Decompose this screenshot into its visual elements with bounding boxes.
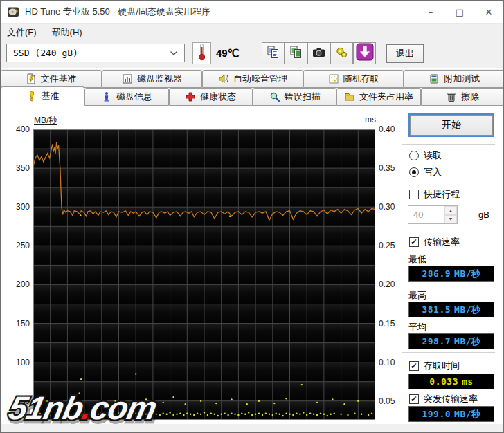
right-axis-tick: 0.25: [379, 241, 402, 250]
start-button[interactable]: 开始: [408, 113, 494, 137]
exit-button-label: 退出: [396, 48, 414, 60]
burst-rate-checkbox[interactable]: [409, 394, 419, 404]
tab-label: 附加测试: [444, 73, 480, 85]
left-axis-tick: 50: [8, 396, 30, 406]
spin-down-icon[interactable]: ▼: [444, 215, 457, 224]
menu-help[interactable]: 帮助(H): [52, 26, 82, 39]
tab-random-access[interactable]: 随机存取: [303, 70, 404, 88]
file-benchmark-icon: [26, 73, 37, 84]
tab-row-secondary: 文件基准磁盘监视器自动噪音管理随机存取附加测试: [1, 70, 504, 88]
radio-read[interactable]: 读取: [409, 149, 442, 162]
access-time-value: 0.033: [429, 376, 458, 387]
random-access-icon: [328, 73, 339, 84]
temperature-value: 49℃: [216, 47, 240, 59]
left-axis-unit: MB/秒: [34, 115, 57, 127]
copy-text-button[interactable]: [262, 42, 285, 64]
panel-divider: [402, 352, 495, 353]
access-time-checkbox[interactable]: [409, 361, 419, 371]
max-label: 最高: [408, 289, 426, 302]
toolbar: SSD (240 gB) 49℃ 退出: [1, 40, 503, 68]
max-value-display: 381.5MB/秒: [408, 302, 494, 317]
transfer-rate-label: 传输速率: [424, 236, 460, 248]
tab-label: 随机存取: [343, 73, 379, 85]
screenshot-button[interactable]: [307, 42, 330, 64]
copy-text-icon: [266, 45, 280, 62]
drive-select[interactable]: SSD (240 gB): [6, 44, 185, 62]
avg-unit: MB/秒: [454, 335, 480, 348]
tab-aam[interactable]: 自动噪音管理: [202, 70, 303, 88]
burst-rate-display: 199.0MB/秒: [408, 406, 494, 422]
hdtune-window: HD Tune 专业版 5.50 - 硬盘/固态硬盘实用程序 – □ ✕ 文件(…: [0, 0, 504, 433]
access-time-checkbox-row[interactable]: 存取时间: [409, 360, 460, 372]
right-axis-tick: 0.40: [379, 125, 402, 134]
copy-image-icon: [289, 45, 303, 62]
tab-file-benchmark[interactable]: 文件基准: [1, 70, 102, 88]
drive-select-value: SSD (240 gB): [13, 48, 78, 58]
disk-monitor-icon: [122, 73, 133, 84]
panel-divider: [402, 144, 495, 145]
radio-write-control[interactable]: [409, 167, 419, 177]
right-axis-tick: 0.10: [379, 358, 402, 367]
update-button[interactable]: [353, 42, 376, 64]
benchmark-chart: [33, 129, 375, 420]
avg-value-display: 298.7MB/秒: [408, 333, 494, 349]
right-axis-tick: 0.20: [379, 279, 402, 289]
copy-image-button[interactable]: [285, 42, 307, 64]
access-time-unit: ms: [462, 376, 474, 387]
extra-tests-icon: [429, 73, 440, 84]
right-axis-tick: 0.35: [379, 163, 402, 173]
tab-extra-tests[interactable]: 附加测试: [404, 70, 504, 88]
short-stroke-checkbox[interactable]: [409, 190, 419, 199]
left-axis-tick: 200: [8, 279, 30, 289]
benchmark-page: MB/秒 ms 开始 读取 写入 快捷行程 40 ▲ ▼ gB: [1, 106, 504, 424]
min-label: 最低: [408, 253, 426, 266]
spin-up-icon[interactable]: ▲: [444, 206, 457, 215]
short-stroke-value: 40: [408, 206, 444, 223]
temperature-indicator: [192, 42, 211, 64]
benchmark-icon: [26, 91, 37, 102]
transfer-rate-checkbox-row[interactable]: 传输速率: [409, 236, 460, 248]
tab-label: 磁盘监视器: [137, 73, 182, 85]
left-axis-tick: 400: [8, 125, 30, 134]
avg-value: 298.7: [422, 336, 451, 347]
tab-error-scan[interactable]: 错误扫描: [253, 88, 336, 106]
titlebar: HD Tune 专业版 5.50 - 硬盘/固态硬盘实用程序 – □ ✕: [1, 1, 503, 24]
max-value: 381.5: [422, 304, 451, 315]
left-axis-tick: 250: [8, 241, 30, 250]
radio-write-label: 写入: [424, 166, 442, 178]
radio-write[interactable]: 写入: [409, 166, 442, 178]
tab-row-primary: 基准磁盘信息健康状态错误扫描文件夹占用率擦除: [1, 88, 504, 106]
radio-read-label: 读取: [424, 149, 442, 162]
exit-button[interactable]: 退出: [386, 44, 424, 63]
panel-divider: [402, 232, 495, 232]
tab-health[interactable]: 健康状态: [169, 88, 253, 106]
window-bottom-strip: [1, 424, 504, 433]
tab-label: 磁盘信息: [116, 91, 152, 103]
burst-rate-checkbox-row[interactable]: 突发传输速率: [409, 393, 478, 405]
menu-file[interactable]: 文件(F): [7, 26, 37, 39]
tab-folder-usage[interactable]: 文件夹占用率: [336, 88, 420, 106]
maximize-button[interactable]: □: [445, 1, 474, 23]
short-stroke-unit: gB: [478, 210, 489, 220]
radio-read-control[interactable]: [409, 151, 419, 160]
download-arrow-icon: [356, 43, 374, 64]
camera-icon: [312, 45, 326, 62]
minimize-button[interactable]: –: [416, 1, 445, 23]
short-stroke-stepper[interactable]: 40 ▲ ▼: [408, 205, 458, 224]
transfer-rate-checkbox[interactable]: [409, 237, 419, 247]
tab-benchmark[interactable]: 基准: [1, 86, 84, 106]
close-button[interactable]: ✕: [474, 1, 503, 23]
tab-disk-info[interactable]: 磁盘信息: [84, 88, 168, 106]
short-stroke-checkbox-row[interactable]: 快捷行程: [409, 188, 460, 201]
min-value: 286.9: [422, 268, 451, 279]
erase-icon: [446, 91, 457, 102]
tab-label: 基准: [42, 90, 60, 102]
options-button[interactable]: [330, 42, 353, 64]
min-value-display: 286.9MB/秒: [408, 266, 494, 282]
tab-disk-monitor[interactable]: 磁盘监视器: [102, 70, 203, 88]
tab-label: 文件夹占用率: [359, 91, 413, 103]
toolbar-separator: [1, 68, 503, 69]
tab-erase[interactable]: 擦除: [421, 88, 504, 106]
burst-rate-label: 突发传输速率: [424, 393, 478, 405]
tab-label: 健康状态: [200, 91, 236, 103]
